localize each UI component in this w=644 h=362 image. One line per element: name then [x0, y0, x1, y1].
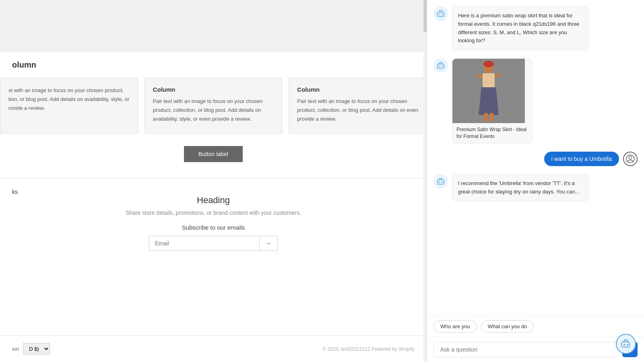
bot-bubble-3: I recommend the 'Umbrella' from vendor '… — [452, 174, 589, 202]
button-label-section: Button label — [0, 146, 427, 162]
floating-chat-button[interactable] — [616, 334, 636, 354]
suggestion-what-can-you-do[interactable]: What can you do — [481, 320, 534, 333]
button-label-btn[interactable]: Button label — [184, 146, 243, 162]
scrollbar-thumb[interactable] — [423, 0, 427, 32]
svg-point-40 — [439, 181, 440, 183]
svg-rect-39 — [440, 178, 442, 180]
column-label: olumn — [0, 52, 427, 70]
user-message-1: i want to buy a Umbrella — [433, 152, 638, 166]
chat-input[interactable] — [433, 342, 618, 357]
col3-text: Pair text with an image to focus on your… — [297, 97, 418, 123]
svg-rect-38 — [438, 180, 444, 184]
bot-avatar-2 — [433, 58, 448, 73]
chat-panel: Here is a premium satin wrap skirt that … — [427, 0, 644, 362]
svg-point-9 — [442, 66, 443, 67]
svg-rect-44 — [621, 342, 630, 347]
user-avatar-1 — [623, 152, 638, 166]
product-title: Premium Satin Wrap Skirt - Ideal for For… — [452, 123, 532, 143]
main-page: olumn xt with an image to focus on your … — [0, 0, 427, 362]
svg-rect-0 — [438, 12, 444, 16]
ks-label: ks — [0, 189, 427, 195]
svg-rect-45 — [624, 340, 627, 342]
suggestion-who-are-you[interactable]: Who are you — [433, 320, 477, 333]
svg-point-37 — [629, 156, 632, 159]
svg-rect-33 — [489, 113, 493, 121]
product-image — [452, 59, 525, 123]
svg-rect-1 — [440, 10, 442, 12]
svg-point-47 — [627, 344, 628, 346]
page-scrollbar[interactable] — [423, 0, 427, 362]
subscribe-label: Subscribe to our emails — [0, 224, 427, 231]
svg-point-29 — [483, 61, 494, 67]
section-subheading: Share store details, promotions, or bran… — [0, 210, 427, 216]
top-label-text: olumn — [12, 60, 36, 69]
bot-message-3: I recommend the 'Umbrella' from vendor '… — [433, 174, 638, 202]
chat-messages-container: Here is a premium satin wrap skirt that … — [427, 0, 644, 316]
bot-avatar-1 — [433, 6, 448, 21]
page-top-area — [0, 0, 427, 52]
email-submit-btn[interactable]: → — [259, 236, 277, 251]
svg-rect-32 — [484, 113, 488, 121]
bot-avatar-3 — [433, 174, 448, 189]
svg-point-46 — [623, 344, 625, 346]
svg-point-3 — [442, 14, 443, 15]
svg-marker-31 — [479, 87, 499, 115]
bot-bubble-1: Here is a premium satin wrap skirt that … — [452, 6, 589, 50]
svg-point-8 — [439, 66, 440, 67]
divider: ks Heading Share store details, promotio… — [0, 178, 427, 251]
email-form[interactable]: → — [0, 236, 427, 251]
user-bubble-1: i want to buy a Umbrella — [544, 152, 619, 166]
footer-location: ion — [12, 346, 19, 352]
footer: ion D $) © 2023, test20211112 Powered by… — [0, 335, 427, 362]
bot-message-2: Premium Satin Wrap Skirt - Ideal for For… — [433, 58, 638, 144]
svg-rect-6 — [438, 64, 444, 68]
currency-select[interactable]: D $) — [23, 343, 50, 355]
svg-rect-7 — [440, 62, 442, 64]
svg-point-2 — [439, 14, 440, 15]
email-input-wrap: → — [149, 236, 278, 251]
col2-heading: Column — [153, 86, 274, 93]
subscribe-section: Subscribe to our emails → — [0, 224, 427, 251]
email-input[interactable] — [149, 236, 259, 251]
bot-message-1: Here is a premium satin wrap skirt that … — [433, 6, 638, 50]
svg-point-41 — [442, 181, 443, 183]
footer-copyright: © 2023, test20211112 Powered by Shopify — [323, 346, 415, 352]
footer-left: ion D $) — [12, 343, 50, 355]
col1-text-content: xt with an image to focus on your chosen… — [8, 87, 129, 111]
col3-heading: Column — [297, 86, 418, 93]
col2-text: Pair text with an image to focus on your… — [153, 97, 274, 123]
section-heading: Heading — [0, 195, 427, 206]
col1-text: xt with an image to focus on your chosen… — [8, 86, 130, 113]
product-card[interactable]: Premium Satin Wrap Skirt - Ideal for For… — [452, 58, 533, 144]
chat-suggestions: Who are you What can you do — [427, 316, 644, 337]
chat-input-area — [427, 337, 644, 362]
svg-rect-30 — [483, 73, 495, 87]
